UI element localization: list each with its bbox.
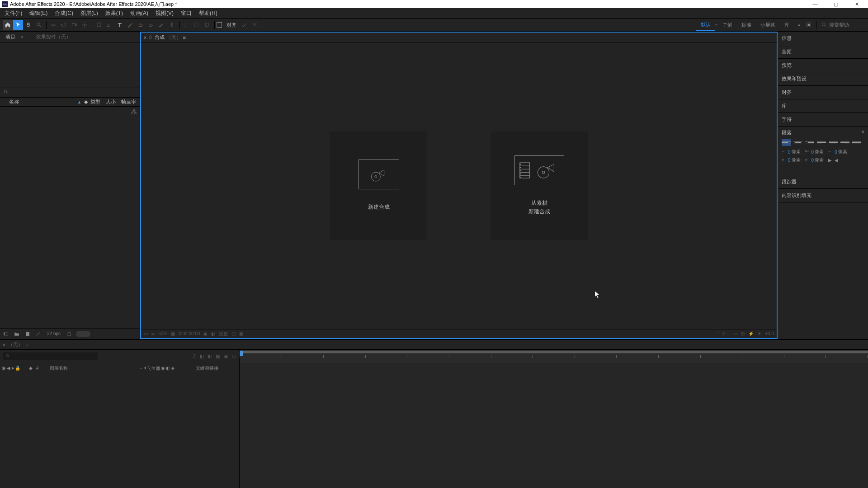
window-close-button[interactable]: ✕ — [851, 1, 863, 7]
menu-layer[interactable]: 图层(L) — [77, 9, 102, 17]
menu-window[interactable]: 窗口 — [177, 9, 195, 17]
align-center-button[interactable] — [793, 139, 802, 146]
switch-collapse-icon[interactable]: ✦ — [143, 366, 147, 371]
timeline-layer-list[interactable] — [0, 373, 239, 488]
comp-tab-name[interactable]: 合成 （无） — [155, 34, 181, 41]
menu-animation[interactable]: 动画(A) — [127, 9, 152, 17]
camera-tool[interactable] — [69, 20, 79, 30]
orbit-tool[interactable] — [48, 20, 58, 30]
col-name[interactable]: 名称 — [1, 99, 77, 105]
col-size[interactable]: 大小 — [103, 99, 118, 105]
panel-tracker[interactable]: 跟踪器 — [778, 175, 868, 189]
search-help[interactable] — [818, 22, 865, 28]
panel-info[interactable]: 信息 — [778, 32, 868, 45]
justify-last-right-button[interactable] — [840, 139, 849, 146]
puppet-tool[interactable] — [167, 20, 177, 30]
snap-checkbox[interactable] — [217, 22, 222, 28]
sync-settings-icon[interactable] — [804, 20, 814, 30]
tab-effect-controls[interactable]: 效果控件（无） — [33, 33, 75, 40]
panel-align[interactable]: 对齐 — [778, 86, 868, 99]
comp-tab-close-icon[interactable]: × — [144, 35, 146, 40]
shy-icon[interactable]: ◐ — [208, 353, 212, 359]
new-folder-icon[interactable] — [13, 330, 21, 338]
snapshot-icon[interactable]: ◉ — [203, 331, 208, 336]
pen-tool[interactable] — [104, 20, 114, 30]
rectangle-tool[interactable] — [94, 20, 104, 30]
switch-quality-icon[interactable]: ╲ — [148, 366, 151, 371]
magnification-icon[interactable]: ▭ — [144, 331, 148, 336]
selection-tool[interactable] — [13, 20, 23, 30]
switch-fx-icon[interactable]: fx — [151, 366, 155, 371]
menu-help[interactable]: 帮助(H) — [195, 9, 221, 17]
text-tool[interactable]: T — [115, 20, 125, 30]
trash-icon[interactable] — [65, 330, 73, 338]
timeline-search[interactable] — [3, 352, 98, 360]
workspace-library[interactable]: 库 — [780, 20, 794, 30]
av-video-icon[interactable]: ◉ — [2, 366, 6, 371]
workspace-default[interactable]: 默认 — [696, 19, 715, 31]
show-channel-icon[interactable]: ◐ — [211, 331, 215, 336]
workspace-learn[interactable]: 了解 — [718, 20, 737, 30]
tab-project[interactable]: 项目 — [2, 33, 19, 40]
comp-tab-menu-icon[interactable]: ≡ — [183, 35, 186, 40]
view-count[interactable]: 1 个... — [718, 331, 730, 337]
search-help-input[interactable] — [829, 22, 865, 28]
menu-view[interactable]: 视图(V) — [152, 9, 177, 17]
hand-tool[interactable] — [24, 20, 33, 30]
new-composition-card[interactable]: 新建合成 — [330, 131, 427, 240]
menu-composition[interactable]: 合成(C) — [51, 9, 77, 17]
timeline-tab-menu-icon[interactable]: ≡ — [26, 342, 28, 347]
interpret-footage-icon[interactable] — [2, 330, 10, 338]
justify-last-left-button[interactable] — [817, 139, 826, 146]
timeline-tracks[interactable] — [240, 363, 868, 488]
roi-icon[interactable]: ▢ — [231, 331, 236, 336]
indent-right[interactable]: ≡0 像素 — [828, 149, 847, 155]
col-type[interactable]: 类型 — [88, 99, 103, 105]
eraser-tool[interactable] — [146, 20, 156, 30]
panel-paragraph[interactable]: 段落≡ ≡0 像素 *≡0 像素 ≡0 像素 ≡0 像素 ≡0 像素 — [778, 127, 868, 166]
col-layer-name[interactable]: 图层名称 — [41, 365, 140, 371]
resolution-icon[interactable]: ▦ — [171, 331, 175, 336]
from-footage-card[interactable]: 从素材新建合成 — [491, 131, 588, 240]
paragraph-menu-icon[interactable]: ≡ — [862, 129, 864, 136]
sort-arrow-icon[interactable]: ▲ — [77, 100, 81, 104]
indent-left[interactable]: ≡0 像素 — [782, 149, 801, 155]
switch-motionblur-icon[interactable]: ◉ — [161, 366, 165, 371]
workspace-more-icon[interactable]: » — [794, 22, 804, 28]
panel-audio[interactable]: 音频 — [778, 45, 868, 59]
switch-shy-icon[interactable]: ⬩ — [140, 366, 142, 371]
comp-mini-flowchart-icon[interactable]: ⤴ — [193, 353, 196, 359]
av-solo-icon[interactable]: ● — [11, 366, 14, 371]
space-before[interactable]: ≡0 像素 — [782, 157, 801, 163]
col-parent[interactable]: 父级和链接 — [194, 365, 239, 371]
menu-file[interactable]: 文件(F) — [1, 9, 26, 17]
brush-tool[interactable] — [125, 20, 135, 30]
justify-last-center-button[interactable] — [829, 139, 838, 146]
align-right-button[interactable] — [805, 139, 814, 146]
window-minimize-button[interactable]: — — [809, 1, 821, 7]
snap-options-icon[interactable] — [239, 20, 249, 30]
workspace-small-screen[interactable]: 小屏幕 — [756, 20, 780, 30]
resolution-dropdown[interactable]: 完整 — [219, 331, 228, 337]
draft3d-icon[interactable]: ◧ — [199, 353, 204, 359]
rotation-tool[interactable] — [59, 20, 69, 30]
project-tab-menu-icon[interactable]: ≡ — [21, 34, 24, 39]
magnification-value[interactable]: ∞ — [151, 331, 155, 336]
switch-adjustment-icon[interactable]: ◐ — [166, 366, 170, 371]
new-comp-icon[interactable] — [24, 330, 32, 338]
search-pill[interactable] — [76, 331, 90, 337]
col-label[interactable]: ◆ — [27, 366, 34, 371]
timeline-ruler[interactable] — [240, 350, 868, 363]
comp-tab-lock-icon[interactable] — [148, 35, 153, 40]
color-depth[interactable]: 32 bpc — [45, 331, 62, 336]
text-direction[interactable]: ▶◀ — [828, 157, 840, 163]
window-maximize-button[interactable]: ▢ — [830, 1, 842, 7]
col-label-icon[interactable]: ◆ — [81, 99, 88, 105]
roto-brush-tool[interactable] — [156, 20, 166, 30]
panel-libraries[interactable]: 库 — [778, 99, 868, 113]
panel-character[interactable]: 字符 — [778, 113, 868, 127]
space-after[interactable]: ≡0 像素 — [805, 157, 824, 163]
timeline-tab-none[interactable]: （无） — [8, 341, 23, 348]
menu-edit[interactable]: 编辑(E) — [26, 9, 51, 17]
home-button[interactable] — [3, 20, 13, 30]
